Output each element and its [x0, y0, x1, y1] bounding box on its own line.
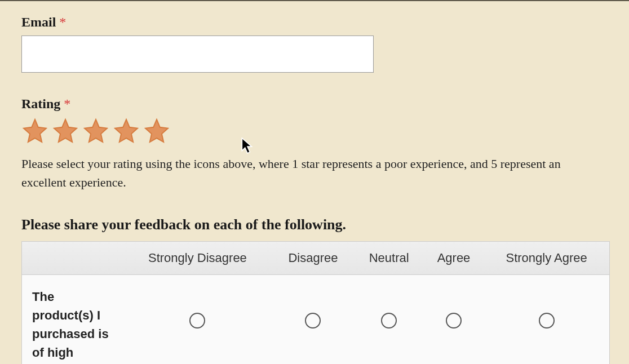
likert-cell [272, 275, 354, 365]
likert-col-strongly-disagree: Strongly Disagree [123, 242, 272, 275]
radio-button[interactable] [305, 313, 321, 329]
likert-cell [123, 275, 272, 365]
email-label-text: Email [21, 15, 56, 29]
star-icon[interactable] [21, 117, 48, 144]
star-icon[interactable] [143, 117, 170, 144]
radio-button[interactable] [446, 313, 462, 329]
rating-label: Rating * [21, 96, 608, 112]
likert-cell [484, 275, 609, 365]
radio-button[interactable] [539, 313, 555, 329]
likert-col-disagree: Disagree [272, 242, 354, 275]
likert-col-strongly-agree: Strongly Agree [484, 242, 609, 275]
radio-button[interactable] [189, 313, 205, 329]
likert-header-row: Strongly Disagree Disagree Neutral Agree… [22, 242, 610, 275]
required-asterisk: * [64, 96, 70, 111]
likert-row-label: The product(s) I purchased is of high [22, 275, 123, 365]
star-icon[interactable] [82, 117, 109, 144]
likert-table: Strongly Disagree Disagree Neutral Agree… [21, 241, 610, 364]
likert-row: The product(s) I purchased is of high [22, 275, 610, 365]
likert-header-empty [22, 242, 123, 275]
required-asterisk: * [59, 15, 66, 29]
star-icon[interactable] [113, 117, 140, 144]
likert-col-agree: Agree [424, 242, 484, 275]
rating-stars [21, 117, 608, 144]
survey-form: Email * Rating * Please select your rati… [0, 1, 629, 364]
email-input[interactable] [21, 35, 374, 73]
rating-label-text: Rating [21, 96, 60, 111]
feedback-heading: Please share your feedback on each of th… [21, 216, 608, 233]
likert-cell [355, 275, 424, 365]
likert-cell [424, 275, 484, 365]
rating-description: Please select your rating using the icon… [21, 154, 596, 192]
radio-button[interactable] [381, 313, 397, 329]
star-icon[interactable] [52, 117, 79, 144]
likert-col-neutral: Neutral [355, 242, 424, 275]
email-label: Email * [21, 15, 608, 30]
